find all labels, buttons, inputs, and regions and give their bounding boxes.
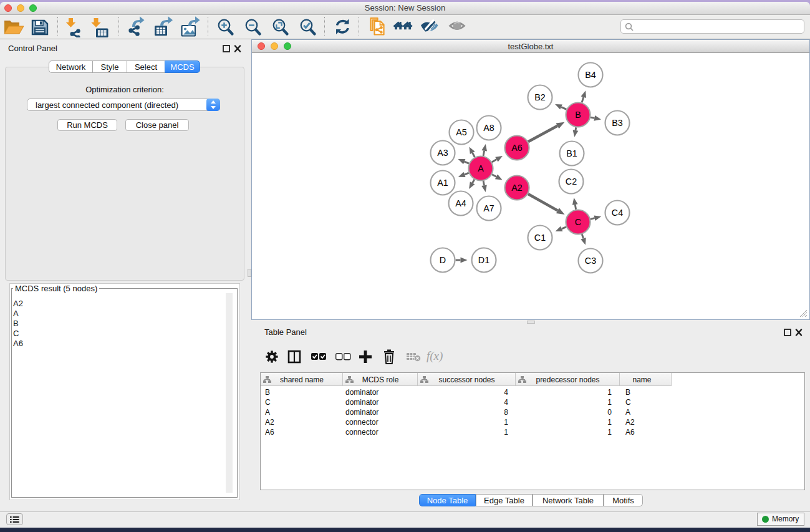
- svg-text:A3: A3: [437, 148, 448, 158]
- svg-text:A4: A4: [455, 198, 466, 208]
- svg-text:A7: A7: [483, 203, 494, 213]
- svg-text:A: A: [478, 163, 484, 173]
- svg-text:B3: B3: [612, 118, 623, 128]
- svg-text:B4: B4: [585, 70, 596, 80]
- svg-text:D1: D1: [478, 255, 489, 265]
- svg-text:C4: C4: [612, 208, 623, 218]
- svg-text:C2: C2: [566, 177, 577, 186]
- svg-text:C: C: [575, 217, 581, 227]
- svg-text:A5: A5: [456, 127, 467, 137]
- svg-text:A1: A1: [437, 178, 448, 188]
- svg-text:A2: A2: [511, 183, 523, 193]
- svg-text:C1: C1: [534, 233, 546, 243]
- svg-text:A8: A8: [483, 123, 494, 133]
- svg-text:A6: A6: [511, 143, 523, 153]
- svg-text:B1: B1: [566, 148, 577, 158]
- svg-text:C3: C3: [585, 256, 596, 266]
- svg-text:B: B: [575, 110, 581, 120]
- svg-text:D: D: [440, 255, 446, 265]
- svg-text:B2: B2: [534, 92, 546, 102]
